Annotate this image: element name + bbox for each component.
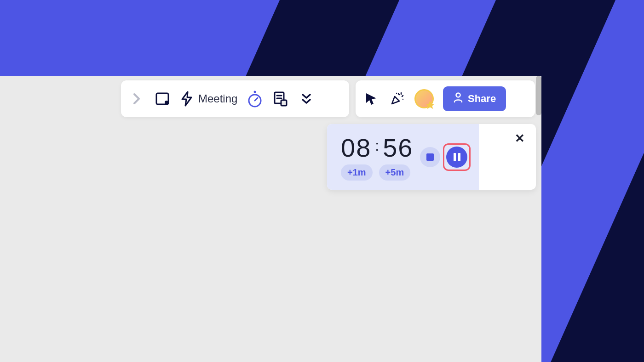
svg-line-5 xyxy=(255,98,258,101)
confetti-icon xyxy=(389,91,405,107)
svg-point-15 xyxy=(456,93,460,97)
toolbar-collab: Share xyxy=(356,80,535,117)
stop-button[interactable] xyxy=(420,147,440,167)
frame-tool-button[interactable] xyxy=(154,89,171,109)
pause-icon xyxy=(454,153,456,161)
add-1m-button[interactable]: +1m xyxy=(341,164,373,181)
svg-rect-9 xyxy=(281,100,287,106)
share-button[interactable]: Share xyxy=(443,86,506,111)
svg-line-12 xyxy=(402,96,403,96)
double-chevron-down-icon xyxy=(301,93,311,105)
person-add-icon xyxy=(453,92,463,106)
share-label: Share xyxy=(468,93,496,105)
expand-toolbar-button[interactable] xyxy=(128,89,145,109)
timer-minutes: 08 xyxy=(341,133,371,163)
svg-point-1 xyxy=(165,101,168,104)
stop-icon xyxy=(426,153,434,161)
close-icon: ✕ xyxy=(515,131,525,145)
scrollbar[interactable] xyxy=(536,76,541,115)
timer-display-area: 08 : 56 +1m +5m xyxy=(327,124,479,190)
pause-button[interactable] xyxy=(446,147,467,168)
notes-icon xyxy=(273,91,288,107)
canvas-area: Meeting xyxy=(0,76,541,362)
svg-point-14 xyxy=(402,99,403,100)
timer-seconds: 56 xyxy=(383,133,413,163)
svg-point-13 xyxy=(396,93,397,94)
lightning-icon xyxy=(180,91,194,107)
meeting-button[interactable]: Meeting xyxy=(180,89,237,109)
svg-line-10 xyxy=(398,94,399,95)
notes-tool-button[interactable] xyxy=(272,89,289,109)
svg-point-4 xyxy=(254,91,256,93)
pause-icon xyxy=(458,153,460,161)
toolbar-tools: Meeting xyxy=(121,80,349,117)
timer-tool-button[interactable] xyxy=(247,89,263,109)
timer-colon: : xyxy=(373,137,381,158)
chevron-right-icon xyxy=(132,92,141,105)
reactions-button[interactable] xyxy=(389,89,405,109)
pause-button-highlight xyxy=(443,143,471,171)
close-timer-button[interactable]: ✕ xyxy=(515,132,525,144)
timer-panel: 08 : 56 +1m +5m xyxy=(327,124,536,190)
more-tools-button[interactable] xyxy=(298,89,315,109)
cursor-icon xyxy=(364,92,378,106)
user-avatar[interactable] xyxy=(414,89,434,108)
cursor-tool-button[interactable] xyxy=(363,89,380,109)
timer-icon xyxy=(247,90,263,108)
timer-controls xyxy=(420,143,471,171)
frame-icon xyxy=(155,91,170,107)
timer-panel-side: ✕ xyxy=(479,124,536,190)
svg-marker-2 xyxy=(182,92,191,106)
add-5m-button[interactable]: +5m xyxy=(379,164,411,181)
meeting-label: Meeting xyxy=(198,92,237,105)
